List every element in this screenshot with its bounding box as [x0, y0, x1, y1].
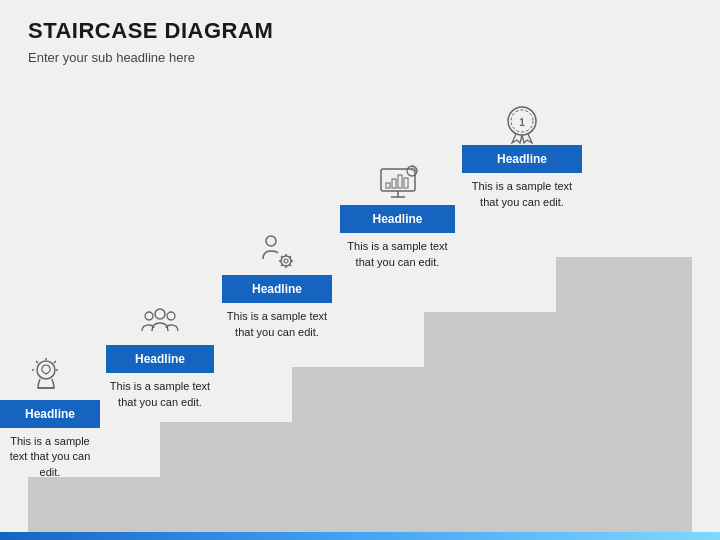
svg-line-24	[290, 265, 291, 266]
svg-rect-5	[556, 257, 692, 532]
step-4-text: This is a sample text that you can edit.	[340, 239, 455, 270]
svg-line-25	[290, 256, 291, 257]
svg-point-18	[284, 259, 288, 263]
svg-rect-28	[386, 183, 390, 188]
step-2-headline: Headline	[106, 345, 214, 373]
step-5-text: This is a sample text that you can edit.	[462, 179, 582, 210]
svg-point-16	[266, 236, 276, 246]
svg-rect-31	[404, 178, 408, 188]
svg-line-8	[54, 361, 56, 363]
step-1-text: This is a sample text that you can edit.	[0, 434, 100, 480]
svg-rect-0	[28, 477, 160, 532]
step-2: Headline This is a sample text that you …	[106, 301, 214, 410]
svg-line-23	[281, 256, 282, 257]
step-1-headline: Headline	[0, 400, 100, 428]
svg-point-15	[167, 312, 175, 320]
step-5-headline: Headline	[462, 145, 582, 173]
step-1: Headline This is a sample text that you …	[0, 356, 100, 480]
svg-text:1: 1	[519, 117, 525, 128]
svg-line-26	[281, 265, 282, 266]
svg-point-6	[37, 361, 55, 379]
svg-point-13	[155, 309, 165, 319]
svg-rect-2	[160, 422, 292, 532]
page-subtitle: Enter your sub headline here	[28, 50, 195, 65]
step-3-text: This is a sample text that you can edit.	[222, 309, 332, 340]
svg-rect-3	[292, 367, 424, 532]
svg-line-9	[36, 361, 38, 363]
settings-person-icon	[255, 231, 299, 275]
step-3-headline: Headline	[222, 275, 332, 303]
svg-rect-4	[424, 312, 556, 532]
step-5: 1 Headline This is a sample text that yo…	[462, 101, 582, 210]
step-2-text: This is a sample text that you can edit.	[106, 379, 214, 410]
lightbulb-icon	[28, 356, 72, 400]
page-title: STAIRCASE DIAGRAM	[28, 18, 273, 44]
monitor-chart-icon	[376, 161, 420, 205]
step-4-headline: Headline	[340, 205, 455, 233]
people-icon	[138, 301, 182, 345]
svg-point-14	[145, 312, 153, 320]
bottom-bar	[0, 532, 720, 540]
step-3: Headline This is a sample text that you …	[222, 231, 332, 340]
medal-icon: 1	[500, 101, 544, 145]
svg-rect-30	[398, 175, 402, 188]
step-4: Headline This is a sample text that you …	[340, 161, 455, 270]
svg-rect-29	[392, 179, 396, 188]
